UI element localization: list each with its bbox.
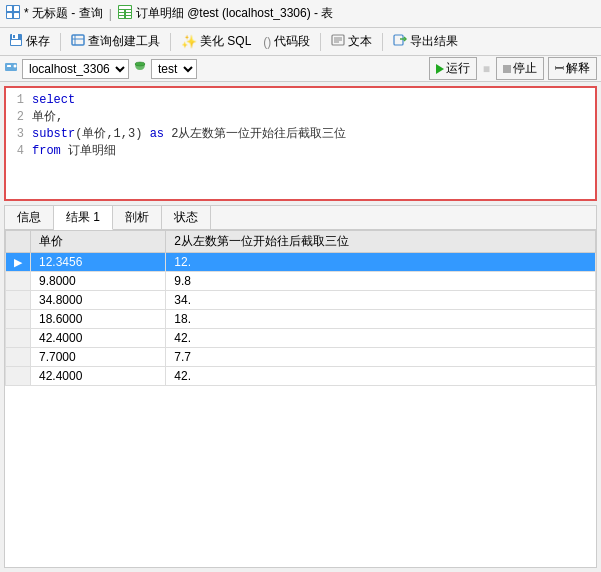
svg-rect-4 [14,13,19,18]
table-cell: 42.4000 [31,367,166,386]
table-cell: 18. [166,310,596,329]
line-content-3: substr(单价,1,3) as 2从左数第一位开始往后截取三位 [32,126,346,143]
export-button[interactable]: 导出结果 [388,31,463,52]
query-tool-button[interactable]: 查询创建工具 [66,31,165,52]
main-area: 1 select 2 单价, 3 substr(单价,1,3) as 2从左数第… [0,82,601,572]
editor-line-3: 3 substr(单价,1,3) as 2从左数第一位开始往后截取三位 [10,126,591,143]
conn-bar: localhost_3306 test 运行 ■ 停止 𝄩 解释 [0,56,601,82]
title-bar-left: * 无标题 - 查询 | 订单明细 @test (localhost_3306)… [6,5,595,22]
code-segment-button[interactable]: () 代码段 [258,31,315,52]
table-row[interactable]: 7.70007.7 [6,348,596,367]
table-cell: 34. [166,291,596,310]
db-select[interactable]: test [151,59,197,79]
table-cell: 42. [166,367,596,386]
editor-line-2: 2 单价, [10,109,591,126]
svg-rect-7 [119,10,124,12]
toolbar: 保存 查询创建工具 ✨ 美化 SQL () 代码段 文本 导出结果 [0,28,601,56]
run-button[interactable]: 运行 [429,57,477,80]
query-editor[interactable]: 1 select 2 单价, 3 substr(单价,1,3) as 2从左数第… [4,86,597,201]
svg-rect-6 [119,6,131,9]
toolbar-sep-2 [170,33,171,51]
svg-rect-10 [126,13,131,15]
stop-icon [503,65,511,73]
line-num-4: 4 [10,143,24,160]
save-icon [9,33,23,50]
table-row[interactable]: 34.800034. [6,291,596,310]
indicator-header [6,231,31,253]
table-cell: 12. [166,253,596,272]
table-header-row: 单价 2从左数第一位开始往后截取三位 [6,231,596,253]
svg-rect-9 [119,13,124,15]
toolbar-sep-4 [382,33,383,51]
save-button[interactable]: 保存 [4,31,55,52]
row-indicator [6,329,31,348]
tab-profile[interactable]: 剖析 [113,206,162,229]
svg-point-28 [14,65,17,68]
line-content-4: from 订单明细 [32,143,116,160]
table-cell: 12.3456 [31,253,166,272]
explain-button[interactable]: 𝄩 解释 [548,57,597,80]
tab-info[interactable]: 信息 [5,206,54,229]
table-cell: 42.4000 [31,329,166,348]
row-indicator: ▶ [6,253,31,272]
host-icon [4,60,18,77]
row-indicator [6,291,31,310]
table-cell: 18.6000 [31,310,166,329]
table-row[interactable]: 18.600018. [6,310,596,329]
stop-button[interactable]: 停止 [496,57,544,80]
beautify-button[interactable]: ✨ 美化 SQL [176,31,256,52]
query-title-icon [6,5,20,22]
toolbar-sep-3 [320,33,321,51]
run-sep: ■ [483,62,490,76]
query-tool-icon [71,33,85,50]
svg-rect-8 [126,10,131,12]
title-separator: | [109,7,112,21]
results-area: 信息 结果 1 剖析 状态 单价 2从左数第一位开始往后截取三位 [4,205,597,568]
col-header-1: 2从左数第一位开始往后截取三位 [166,231,596,253]
code-segment-icon: () [263,35,271,49]
table-cell: 34.8000 [31,291,166,310]
export-icon [393,33,407,50]
result-table: 单价 2从左数第一位开始往后截取三位 ▶12.345612.9.80009.83… [5,230,596,386]
editor-line-4: 4 from 订单明细 [10,143,591,160]
toolbar-sep-1 [60,33,61,51]
svg-rect-15 [13,35,15,38]
row-indicator [6,310,31,329]
row-indicator [6,367,31,386]
tabs-bar: 信息 结果 1 剖析 状态 [5,206,596,230]
svg-rect-3 [7,13,12,18]
db-icon [133,60,147,77]
line-content-1: select [32,92,75,109]
svg-rect-2 [14,6,19,11]
tab-status[interactable]: 状态 [162,206,211,229]
table-title-icon [118,5,132,22]
svg-rect-16 [11,40,21,45]
line-num-2: 2 [10,109,24,126]
table-row[interactable]: 9.80009.8 [6,272,596,291]
run-icon [436,64,444,74]
text-button[interactable]: 文本 [326,31,377,52]
line-content-2: 单价, [32,109,63,126]
table-title-text: 订单明细 @test (localhost_3306) - 表 [136,5,334,22]
svg-rect-27 [7,65,11,67]
table-row[interactable]: 42.400042. [6,329,596,348]
table-cell: 7.7 [166,348,596,367]
row-indicator [6,348,31,367]
table-row[interactable]: 42.400042. [6,367,596,386]
explain-icon: 𝄩 [555,62,564,75]
result-table-wrapper[interactable]: 单价 2从左数第一位开始往后截取三位 ▶12.345612.9.80009.83… [5,230,596,567]
host-select[interactable]: localhost_3306 [22,59,129,79]
svg-rect-1 [7,6,12,11]
col-header-0: 单价 [31,231,166,253]
text-icon [331,33,345,50]
svg-rect-24 [394,35,403,45]
table-cell: 9.8 [166,272,596,291]
table-body: ▶12.345612.9.80009.834.800034.18.600018.… [6,253,596,386]
beautify-icon: ✨ [181,34,197,49]
tab-result1[interactable]: 结果 1 [54,206,113,230]
table-cell: 42. [166,329,596,348]
table-row[interactable]: ▶12.345612. [6,253,596,272]
svg-rect-17 [72,35,84,45]
title-bar: * 无标题 - 查询 | 订单明细 @test (localhost_3306)… [0,0,601,28]
line-num-3: 3 [10,126,24,143]
